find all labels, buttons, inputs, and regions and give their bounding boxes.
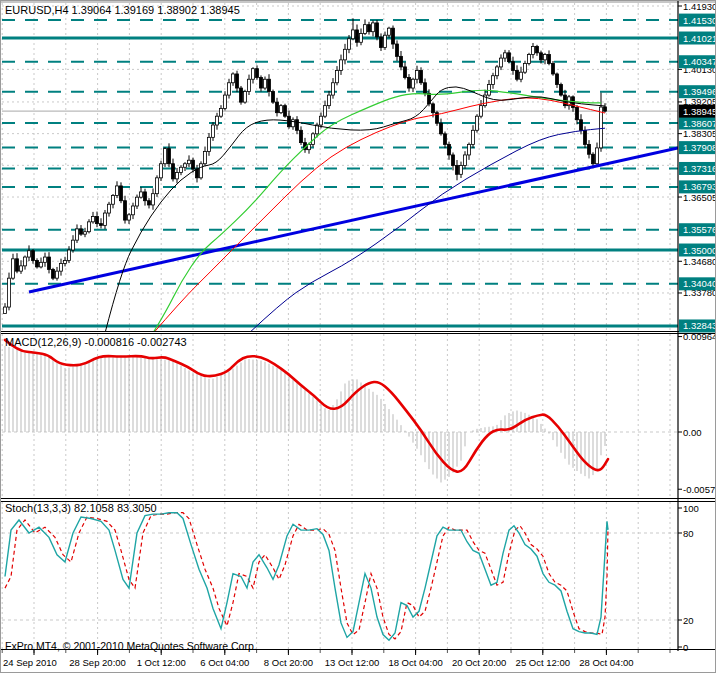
candle-body: [176, 173, 179, 179]
stoch-scale-label: 80: [683, 528, 694, 539]
candle-body: [32, 251, 35, 261]
candle-body: [544, 55, 547, 60]
candle-body: [432, 104, 435, 113]
candle-body: [576, 107, 579, 119]
candle-body: [604, 107, 607, 111]
x-axis-label: 20 Oct 20:00: [452, 657, 506, 668]
candle-body: [480, 106, 483, 117]
candle-body: [292, 120, 295, 127]
candle-body: [4, 307, 7, 313]
macd-indicator-label: MACD(12,26,9) -0.000816 -0.002743: [5, 336, 187, 348]
candle-body: [136, 197, 139, 206]
x-axis-label: 6 Oct 04:00: [200, 657, 249, 668]
level-price-badge: 1.41530: [683, 15, 716, 26]
candle-body: [368, 25, 371, 32]
candle-body: [156, 178, 159, 194]
candle-body: [44, 257, 47, 262]
candle-body: [412, 79, 415, 88]
candle-body: [276, 102, 279, 113]
macd-signal-line: [5, 340, 608, 472]
candle-body: [160, 164, 163, 178]
candle-body: [268, 79, 271, 91]
level-price-badge: 1.34040: [683, 278, 716, 289]
candle-body: [12, 259, 15, 278]
candle-body: [424, 83, 427, 94]
copyright-text: FxPro MT4, © 2001-2010 MetaQuotes Softwa…: [5, 640, 257, 652]
level-price-badge: 1.35576: [683, 224, 716, 235]
candle-body: [228, 83, 231, 95]
candle-body: [72, 240, 75, 250]
candle-body: [384, 35, 387, 47]
candle-body: [452, 155, 455, 166]
candle-body: [492, 76, 495, 85]
candle-body: [84, 232, 87, 234]
candle-body: [56, 271, 59, 278]
level-price-badge: 1.36793: [683, 181, 716, 192]
candle-body: [152, 194, 155, 205]
candle-body: [132, 206, 135, 215]
candle-body: [124, 201, 127, 220]
candle-body: [496, 67, 499, 76]
candle-body: [400, 56, 403, 67]
candle-body: [472, 130, 475, 144]
candle-body: [120, 186, 123, 201]
candle-body: [520, 72, 523, 79]
level-price-badge: 1.40347: [683, 56, 716, 67]
candle-body: [324, 106, 327, 117]
candle-body: [188, 160, 191, 164]
candle-body: [236, 74, 239, 88]
candle-body: [376, 23, 379, 37]
candle-body: [184, 164, 187, 168]
candle-body: [104, 213, 107, 225]
candle-body: [280, 106, 283, 113]
candle-body: [224, 95, 227, 108]
candle-body: [204, 151, 207, 163]
candle-body: [200, 164, 203, 178]
macd-layer: [5, 340, 608, 483]
candle-body: [456, 166, 459, 175]
candle-body: [528, 55, 531, 64]
level-price-badge: 1.32843: [683, 320, 716, 331]
candle-body: [508, 53, 511, 62]
candle-body: [536, 46, 539, 52]
macd-scale-label: 0.00964: [683, 331, 716, 342]
candle-body: [76, 229, 79, 240]
candle-body: [260, 77, 263, 88]
candle-body: [96, 217, 99, 224]
candle-body: [328, 95, 331, 106]
candle-body: [392, 28, 395, 44]
candle-body: [500, 58, 503, 67]
price-scale-label: 1.38305: [683, 128, 716, 139]
candle-body: [220, 108, 223, 116]
candle-body: [364, 25, 367, 34]
candle-body: [360, 33, 363, 42]
candle-body: [240, 88, 243, 102]
candle-body: [244, 92, 247, 103]
candle-body: [580, 120, 583, 131]
candle-body: [460, 166, 463, 175]
candle-body: [8, 278, 11, 307]
candle-body: [40, 262, 43, 267]
candle-body: [128, 215, 131, 220]
candle-body: [440, 123, 443, 134]
candle-body: [468, 144, 471, 155]
candle-body: [48, 257, 51, 269]
candle-body: [552, 63, 555, 74]
stoch-scale-label: 100: [683, 503, 699, 514]
stoch-scale-label: 20: [683, 615, 694, 626]
candle-body: [504, 53, 507, 58]
candle-body: [116, 186, 119, 196]
candle-body: [344, 49, 347, 60]
x-axis-label: 1 Oct 12:00: [137, 657, 186, 668]
candle-body: [196, 169, 199, 178]
macd-scale-label: 0.00: [683, 427, 702, 438]
candle-body: [476, 116, 479, 130]
candle-body: [512, 62, 515, 71]
chart-title-ohlc: EURUSD,H4 1.39064 1.39169 1.38902 1.3894…: [5, 4, 240, 16]
x-axis-label: 25 Oct 12:00: [516, 657, 570, 668]
candle-body: [340, 60, 343, 71]
candle-body: [148, 201, 151, 205]
candle-body: [92, 217, 95, 222]
candle-body: [144, 192, 147, 201]
candle-body: [112, 195, 115, 204]
